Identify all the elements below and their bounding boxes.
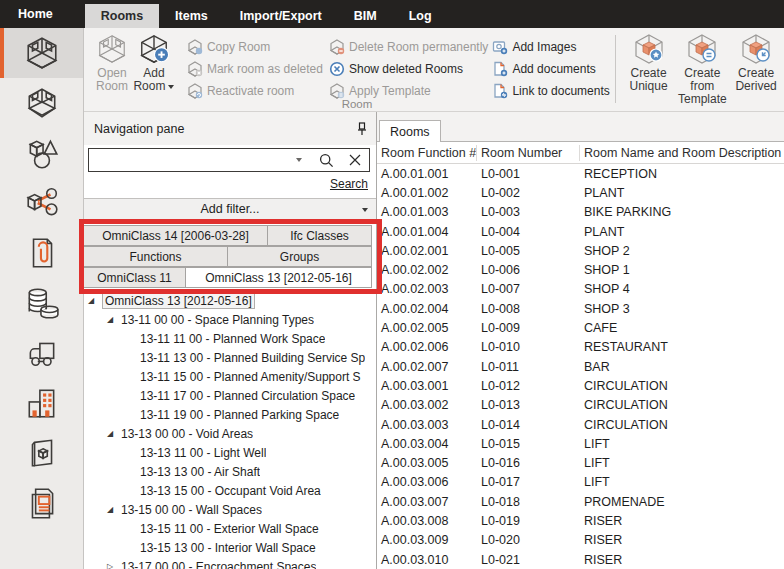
tree-expander-icon[interactable]: ▷ [107,562,121,569]
classification-tab[interactable]: Groups [227,246,372,267]
navigation-pane-title: Navigation pane [94,122,184,136]
tree-expander-icon[interactable]: ◢ [107,429,121,438]
table-row[interactable]: A.00.02.004 L0-008 SHOP 3 [377,299,784,318]
search-link[interactable]: Search [330,177,368,191]
table-row[interactable]: A.00.01.002 L0-002 PLANT [377,183,784,202]
table-row[interactable]: A.00.02.006 L0-010 RESTAURANT [377,338,784,357]
pin-icon[interactable] [356,122,368,136]
tree-item[interactable]: ◢ OmniClass 13 [2012-05-16] [84,291,376,310]
open-room-icon [95,33,129,65]
sidebar-item-item-groups[interactable] [0,178,83,228]
table-row[interactable]: A.00.03.009 L0-020 RISER [377,531,784,550]
table-row[interactable]: A.00.03.010 L0-021 RISER [377,550,784,569]
add-room-button[interactable]: Add Room [133,33,175,93]
search-history-chevron-icon[interactable] [296,158,302,162]
top-menubar: Home RoomsItemsImport/ExportBIMLog [0,0,784,28]
link-to-documents-button[interactable]: Link to documents [492,82,609,99]
mark-room-deleted-button[interactable]: Mark room as deleted [187,60,323,77]
classification-tab[interactable]: OmniClass 14 [2006-03-28] [83,225,268,246]
tree-expander-icon[interactable]: ◢ [88,296,102,305]
table-row[interactable]: A.00.02.001 L0-005 SHOP 2 [377,241,784,260]
tree-item[interactable]: 13-11 11 00 - Planned Work Space [84,329,376,348]
table-row[interactable]: A.00.03.008 L0-019 RISER [377,511,784,530]
tree-item[interactable]: 13-13 15 00 - Occupant Void Area [84,481,376,500]
table-row[interactable]: A.00.01.003 L0-003 BIKE PARKING [377,203,784,222]
menu-tab[interactable]: Log [393,4,448,28]
tree-item[interactable]: ◢ 13-15 00 00 - Wall Spaces [84,500,376,519]
rooms-tab[interactable]: Rooms [379,120,441,142]
reactivate-room-button[interactable]: Reactivate room [187,82,323,99]
tree-item[interactable]: 13-11 17 00 - Planned Circulation Space [84,386,376,405]
room-number-cell: L0-002 [477,186,580,200]
table-row[interactable]: A.00.02.005 L0-009 CAFE [377,318,784,337]
tree-expander-icon[interactable]: ◢ [107,505,121,514]
classification-tab[interactable]: OmniClass 13 [2012-05-16] [185,267,372,288]
table-row[interactable]: A.00.03.001 L0-012 CIRCULATION [377,376,784,395]
room-number-cell: L0-003 [477,205,580,219]
sidebar-item-logistics[interactable] [0,328,83,378]
show-deleted-rooms-button[interactable]: Show deleted Rooms [329,60,488,77]
tree-item[interactable]: 13-13 11 00 - Light Well [84,443,376,462]
tree-item[interactable]: ◢ 13-11 00 00 - Space Planning Types [84,310,376,329]
copy-room-button[interactable]: Copy Room [187,38,323,55]
table-row[interactable]: A.00.03.002 L0-013 CIRCULATION [377,396,784,415]
create-derived-button[interactable]: Create Derived [730,33,782,93]
create-from-template-button[interactable]: Create from Template [676,33,728,106]
menu-tab[interactable]: BIM [338,4,393,28]
table-row[interactable]: A.00.03.007 L0-018 PROMENADE [377,492,784,511]
tree-item[interactable]: 13-13 13 00 - Air Shaft [84,462,376,481]
sidebar-item-items[interactable] [0,128,83,178]
sidebar-item-catalog[interactable] [0,428,83,478]
sidebar-item-buildings[interactable] [0,378,83,428]
menu-tab[interactable]: Items [159,4,224,28]
tree-item[interactable]: ◢ 13-13 00 00 - Void Areas [84,424,376,443]
tree-item[interactable]: 13-11 19 00 - Planned Parking Space [84,405,376,424]
tree-item[interactable]: ▷ 13-17 00 00 - Encroachment Spaces [84,557,376,569]
sidebar-item-rooms[interactable] [0,28,83,78]
column-header[interactable]: Room Number [477,145,580,161]
tree-expander-icon[interactable]: ◢ [107,315,121,324]
menu-tab[interactable]: Rooms [85,4,159,28]
tree-item[interactable]: 13-11 13 00 - Planned Building Service S… [84,348,376,367]
table-row[interactable]: A.00.03.003 L0-014 CIRCULATION [377,415,784,434]
classification-tab[interactable]: Functions [83,246,228,267]
classification-tab[interactable]: Ifc Classes [267,225,372,246]
sidebar-item-reports[interactable] [0,478,83,528]
open-room-button[interactable]: Open Room [91,33,133,93]
tree-item-label: 13-13 15 00 - Occupant Void Area [140,484,321,498]
table-row[interactable]: A.00.03.006 L0-017 LIFT [377,473,784,492]
sidebar-item-finance[interactable] [0,278,83,328]
create-unique-button[interactable]: Create Unique [623,33,675,93]
table-row[interactable]: A.00.03.005 L0-016 LIFT [377,453,784,472]
sidebar-item-attachments[interactable] [0,228,83,278]
column-header[interactable]: Room Function #: [377,145,477,161]
search-input[interactable] [89,150,294,170]
room-number-cell: L0-001 [477,167,580,181]
sidebar-item-room-cores[interactable] [0,78,83,128]
add-images-button[interactable]: Add Images [492,38,609,55]
classification-tab[interactable]: OmniClass 11 [83,267,186,288]
table-row[interactable]: A.00.03.004 L0-015 LIFT [377,434,784,453]
table-row[interactable]: A.00.02.003 L0-007 SHOP 4 [377,280,784,299]
table-row[interactable]: A.00.02.002 L0-006 SHOP 1 [377,260,784,279]
add-room-dropdown-icon[interactable] [168,85,174,89]
menu-home[interactable]: Home [0,0,71,28]
menu-tab[interactable]: Import/Export [224,4,338,28]
delete-room-permanently-button[interactable]: Delete Room permanently [329,38,488,55]
table-row[interactable]: A.00.02.007 L0-011 BAR [377,357,784,376]
tree-item[interactable]: 13-15 11 00 - Exterior Wall Space [84,519,376,538]
table-row[interactable]: A.00.01.001 L0-001 RECEPTION [377,164,784,183]
add-room-label: Add Room [133,66,165,93]
column-header[interactable]: Room Name and Room Description [580,145,784,161]
add-documents-button[interactable]: Add documents [492,60,609,77]
tree-item[interactable]: 13-15 13 00 - Interior Wall Space [84,538,376,557]
apply-template-button[interactable]: Apply Template [329,82,488,99]
room-number-cell: L0-015 [477,437,580,451]
tree-item-label: 13-11 19 00 - Planned Parking Space [140,408,339,422]
tree-item-label: 13-11 11 00 - Planned Work Space [140,332,325,346]
table-row[interactable]: A.00.01.004 L0-004 PLANT [377,222,784,241]
search-icon[interactable] [312,153,341,168]
tree-item[interactable]: 13-11 15 00 - Planned Amenity/Support S [84,367,376,386]
add-filter-dropdown[interactable]: Add filter... [84,198,376,220]
clear-search-icon[interactable] [341,153,369,167]
